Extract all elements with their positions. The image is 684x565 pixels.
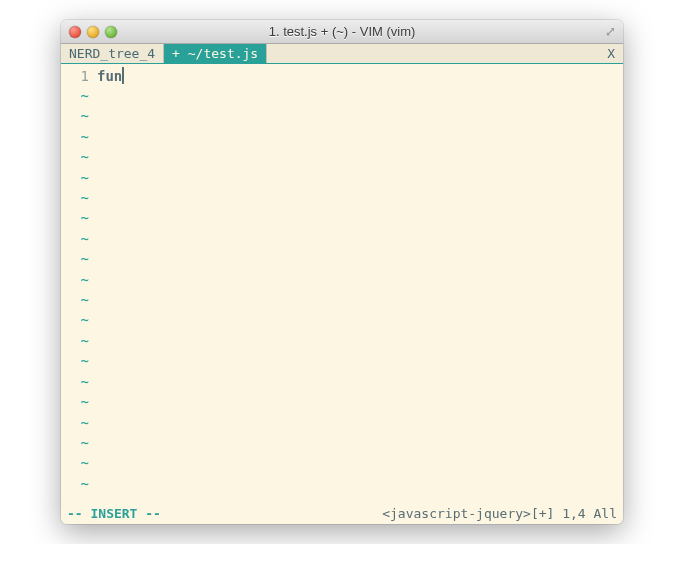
- tilde-line: ~: [61, 453, 89, 473]
- tab-close-button[interactable]: X: [599, 44, 623, 63]
- tilde-line: ~: [61, 106, 89, 126]
- vim-window: 1. test.js + (~) - VIM (vim) ⤢ NERD_tree…: [61, 20, 623, 524]
- status-bar: -- INSERT -- <javascript-jquery>[+] 1,4 …: [61, 504, 623, 524]
- tilde-line: ~: [61, 310, 89, 330]
- tab-nerdtree[interactable]: NERD_tree_4: [61, 44, 164, 63]
- line-number: 1: [61, 66, 89, 86]
- tilde-line: ~: [61, 331, 89, 351]
- tab-spacer: [267, 44, 599, 63]
- minimize-icon[interactable]: [87, 26, 99, 38]
- tilde-line: ~: [61, 188, 89, 208]
- code-text: fun: [97, 68, 122, 84]
- editor-lines[interactable]: fun: [95, 64, 623, 504]
- editor-area[interactable]: 1 ~ ~ ~ ~ ~ ~ ~ ~ ~ ~ ~ ~ ~ ~ ~ ~ ~ ~ ~ …: [61, 64, 623, 504]
- tab-testjs[interactable]: + ~/test.js: [164, 44, 267, 63]
- close-icon[interactable]: [69, 26, 81, 38]
- tilde-line: ~: [61, 86, 89, 106]
- traffic-lights: [69, 26, 117, 38]
- tilde-line: ~: [61, 433, 89, 453]
- tilde-line: ~: [61, 208, 89, 228]
- tilde-line: ~: [61, 270, 89, 290]
- window-title: 1. test.js + (~) - VIM (vim): [69, 24, 615, 39]
- mode-indicator: -- INSERT --: [67, 504, 161, 524]
- tilde-line: ~: [61, 351, 89, 371]
- tilde-line: ~: [61, 229, 89, 249]
- tilde-line: ~: [61, 249, 89, 269]
- zoom-icon[interactable]: [105, 26, 117, 38]
- cursor-icon: [122, 67, 124, 84]
- status-spacer: [161, 504, 382, 524]
- tilde-line: ~: [61, 290, 89, 310]
- tilde-line: ~: [61, 168, 89, 188]
- tilde-line: ~: [61, 413, 89, 433]
- tilde-line: ~: [61, 474, 89, 494]
- tilde-line: ~: [61, 392, 89, 412]
- titlebar[interactable]: 1. test.js + (~) - VIM (vim) ⤢: [61, 20, 623, 44]
- code-line-1[interactable]: fun: [97, 66, 623, 86]
- line-gutter: 1 ~ ~ ~ ~ ~ ~ ~ ~ ~ ~ ~ ~ ~ ~ ~ ~ ~ ~ ~ …: [61, 64, 95, 504]
- tilde-line: ~: [61, 147, 89, 167]
- status-right: <javascript-jquery>[+] 1,4 All: [382, 504, 617, 524]
- tilde-line: ~: [61, 372, 89, 392]
- fullscreen-icon[interactable]: ⤢: [603, 25, 617, 39]
- tilde-line: ~: [61, 127, 89, 147]
- tab-bar: NERD_tree_4 + ~/test.js X: [61, 44, 623, 64]
